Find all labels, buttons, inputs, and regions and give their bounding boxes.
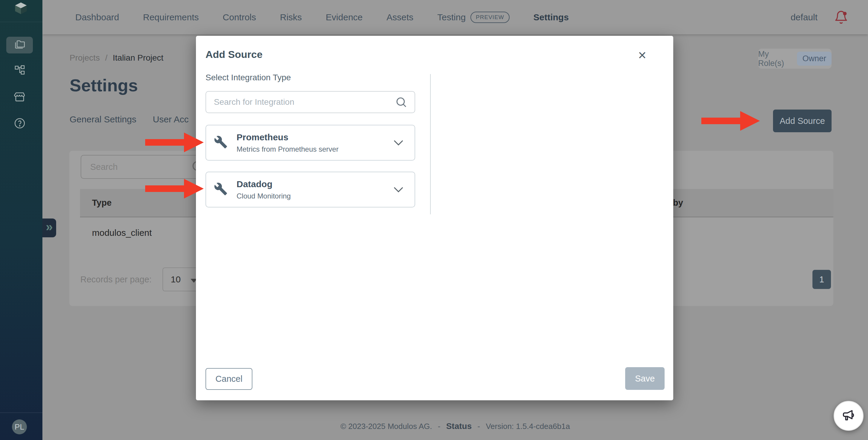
chevron-down-icon[interactable] [394, 140, 403, 146]
integration-option-datadog[interactable]: Datadog Cloud Monitoring [206, 172, 415, 207]
select-integration-type-label: Select Integration Type [206, 73, 291, 82]
integration-description: Cloud Monitoring [237, 192, 291, 200]
data-flow-icon [14, 64, 26, 77]
nav-dashboard[interactable]: Dashboard [75, 12, 119, 23]
breadcrumb-projects[interactable]: Projects [70, 53, 100, 62]
integration-description: Metrics from Prometheus server [237, 145, 338, 154]
nav-evidence[interactable]: Evidence [326, 12, 363, 23]
sidebar-item-projects[interactable] [6, 37, 33, 54]
integration-option-prometheus[interactable]: Prometheus Metrics from Prometheus serve… [206, 125, 415, 161]
nav-assets[interactable]: Assets [386, 12, 413, 23]
integration-search-input[interactable] [206, 91, 415, 113]
nav-testing[interactable]: Testing PREVIEW [437, 12, 509, 23]
wrench-icon [214, 182, 227, 197]
user-avatar[interactable]: PL [12, 419, 27, 434]
main-nav: Dashboard Requirements Controls Risks Ev… [75, 12, 569, 23]
pagination-page-1-button[interactable]: 1 [812, 270, 831, 289]
top-navigation-bar: Dashboard Requirements Controls Risks Ev… [42, 0, 868, 34]
nav-requirements[interactable]: Requirements [143, 12, 199, 23]
footer: © 2023-2025 Modulos AG. - Status - Versi… [42, 421, 868, 431]
modulos-logo-icon[interactable] [13, 1, 29, 18]
org-selector[interactable]: default [790, 12, 817, 23]
integration-search [206, 91, 415, 113]
annotation-arrow-prometheus [145, 133, 204, 152]
role-badge: Owner [797, 52, 832, 66]
footer-version: Version: 1.5.4-cdea6b1a [486, 422, 570, 431]
app-screen: Dashboard Requirements Controls Risks Ev… [0, 0, 868, 440]
storefront-icon [13, 91, 26, 104]
help-icon [13, 117, 26, 131]
chevron-down-icon[interactable] [394, 187, 403, 193]
column-header-type: Type [92, 198, 112, 208]
footer-copyright: © 2023-2025 Modulos AG. [341, 422, 432, 431]
tab-general-settings[interactable]: General Settings [70, 114, 136, 125]
records-per-page-value: 10 [171, 274, 181, 284]
preview-badge: PREVIEW [470, 12, 509, 23]
projects-folder-icon [13, 38, 26, 52]
column-header-by-fragment: by [673, 198, 683, 208]
sidebar-item-marketplace[interactable] [6, 89, 33, 106]
breadcrumb-current: Italian Project [113, 53, 164, 62]
sources-search-input[interactable] [81, 155, 209, 179]
nav-settings[interactable]: Settings [533, 12, 569, 23]
integration-name: Prometheus [237, 132, 338, 142]
breadcrumb: Projects / Italian Project [70, 53, 163, 63]
settings-tabs: General Settings User Acc [70, 114, 189, 125]
modal-title: Add Source [206, 49, 262, 60]
my-roles-box: My Role(s) Owner [758, 49, 832, 69]
footer-status-link[interactable]: Status [446, 421, 472, 431]
tab-user-access[interactable]: User Acc [153, 114, 188, 125]
cell-type: modulos_client [92, 228, 152, 238]
page-title: Settings [70, 75, 138, 95]
sidebar-divider [0, 22, 42, 22]
sidebar-item-help[interactable] [6, 115, 33, 132]
notifications-bell-icon[interactable] [834, 10, 848, 25]
add-source-button[interactable]: Add Source [773, 109, 832, 132]
modal-vertical-divider [430, 74, 431, 214]
footer-dash: - [438, 422, 441, 431]
add-source-modal: Add Source ✕ Select Integration Type Pro… [196, 36, 673, 400]
records-per-page-label: Records per page: [80, 275, 152, 284]
nav-controls[interactable]: Controls [223, 12, 256, 23]
wrench-icon [214, 135, 227, 150]
close-icon[interactable]: ✕ [634, 48, 650, 63]
sidebar: PL [0, 0, 42, 440]
megaphone-icon [842, 408, 856, 423]
nav-risks[interactable]: Risks [280, 12, 302, 23]
sidebar-expand-handle[interactable]: » [42, 218, 56, 237]
sidebar-item-data-flow[interactable] [6, 62, 33, 79]
annotation-arrow-add-source [701, 111, 760, 131]
integration-name: Datadog [237, 179, 291, 189]
announcements-fab[interactable] [834, 401, 864, 431]
records-per-page: Records per page: 10 [80, 267, 204, 291]
roles-label: My Role(s) [758, 49, 792, 68]
topbar-right: default [790, 10, 848, 25]
footer-dash: - [477, 422, 480, 431]
breadcrumb-separator: / [105, 53, 107, 62]
sidebar-bottom-divider [0, 412, 42, 413]
save-button[interactable]: Save [625, 367, 664, 390]
cancel-button[interactable]: Cancel [206, 368, 252, 390]
